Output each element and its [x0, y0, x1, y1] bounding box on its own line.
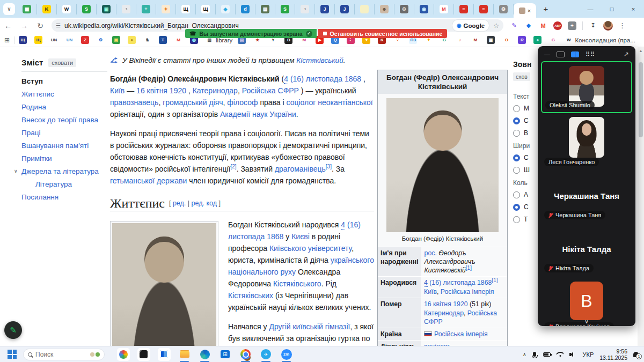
text-segment[interactable]: Кістяківських — [228, 291, 273, 300]
browser-tab[interactable]: W — [57, 4, 77, 14]
taskbar-app-telegram[interactable] — [259, 347, 273, 362]
clock[interactable]: 9:5613.11.2025 — [599, 348, 627, 361]
volume-icon[interactable] — [569, 352, 576, 357]
bookmark-item[interactable]: M — [174, 36, 185, 44]
scrollbar-thumb[interactable] — [639, 62, 643, 137]
zoom-more-participants-button[interactable]: ∨ — [538, 318, 635, 325]
text-segment[interactable]: Російська імперія — [441, 288, 494, 295]
radio-icon[interactable] — [513, 130, 520, 137]
taskbar-app-edge[interactable] — [198, 347, 211, 362]
zoom-speaker-view-icon[interactable] — [557, 51, 565, 57]
toc-hide-button[interactable]: сховати — [48, 58, 76, 67]
stop-share-button[interactable]: Остановить совместное использование — [318, 29, 448, 38]
annotation-pencil-button[interactable]: ✎ — [4, 321, 22, 339]
browser-tab[interactable]: ◆ — [216, 4, 236, 14]
toc-expand-icon[interactable] — [14, 129, 21, 137]
bookmark-item[interactable]: M — [471, 36, 481, 44]
zoom-participant-tile[interactable]: Черкашина Таня Черкашина Таня — [541, 170, 632, 222]
zoom-participant-tile[interactable]: Oleksii Shumilo — [541, 61, 632, 113]
browser-tab[interactable]: Щ — [176, 4, 196, 14]
browser-tab[interactable]: S — [275, 4, 295, 14]
toc-link[interactable]: Внесок до теорії права — [21, 116, 98, 124]
window-close-button[interactable]: × — [623, 0, 644, 18]
text-segment[interactable]: Кістяківського — [273, 279, 321, 288]
browser-tab[interactable]: S — [77, 4, 97, 14]
appearance-radio-option[interactable]: С — [513, 154, 538, 161]
text-segment[interactable]: неокантіанської — [318, 98, 373, 107]
text-segment[interactable]: (16) листопада 1868 — [428, 279, 492, 286]
browser-tab[interactable] — [355, 4, 375, 14]
text-segment[interactable]: 16 квітня 1920 — [136, 86, 186, 95]
article-image-frame[interactable] — [110, 221, 218, 346]
toc-item[interactable]: ∨ Джерела та література — [21, 167, 107, 175]
toc-expand-icon[interactable]: ∨ — [14, 167, 21, 175]
toc-link[interactable]: Література — [35, 180, 72, 188]
toc-expand-icon[interactable] — [14, 142, 21, 150]
zoom-expand-icon[interactable]: ↗ — [624, 50, 629, 58]
start-button[interactable] — [8, 350, 17, 359]
text-segment[interactable]: філософ — [227, 98, 258, 107]
window-minimize-button[interactable]: — — [580, 0, 601, 18]
adblock-extension-icon[interactable]: ABP — [553, 21, 562, 30]
site-settings-icon[interactable]: ☰ — [56, 23, 61, 28]
toc-expand-icon[interactable] — [14, 193, 21, 201]
text-segment[interactable]: драгоманівець — [275, 165, 326, 173]
toc-item[interactable]: Внесок до теорії права — [21, 116, 107, 124]
page-scrollbar[interactable]: ▲ — [638, 47, 644, 346]
bookmark-item[interactable]: ● — [533, 36, 544, 44]
window-maximize-button[interactable]: □ — [601, 0, 623, 18]
text-segment[interactable]: Другій київській гімназії — [269, 322, 350, 331]
wifi-icon[interactable] — [557, 352, 564, 357]
forward-button[interactable]: → — [18, 21, 31, 30]
gmail-extension-icon[interactable]: M — [539, 21, 547, 30]
appearance-radio-option[interactable]: В — [513, 129, 538, 137]
extensions-puzzle-icon[interactable]: + — [568, 21, 576, 30]
browser-tab[interactable]: J — [315, 4, 335, 14]
radio-icon[interactable] — [513, 204, 520, 211]
toc-link[interactable]: Життєпис — [21, 90, 54, 98]
browser-tab[interactable]: + — [136, 4, 156, 14]
tray-chevron-up-icon[interactable]: ∧ — [523, 352, 526, 357]
taskbar-app-file-explorer[interactable] — [178, 347, 191, 362]
pen-extension-icon[interactable]: ✎ — [510, 21, 518, 30]
toc-link[interactable]: Праці — [21, 129, 40, 137]
taskbar-app-chrome[interactable] — [239, 347, 252, 362]
bookmark-item[interactable]: Щ — [19, 36, 29, 44]
appearance-radio-option[interactable]: М — [513, 105, 538, 112]
browser-tab[interactable]: ☻ — [375, 4, 394, 14]
bookmark-item[interactable]: ⚙ — [97, 36, 107, 44]
zoom-grid-view-icon[interactable]: ⠿⠿ — [586, 51, 595, 58]
bookmark-item[interactable]: UN — [50, 36, 60, 44]
text-segment[interactable]: Російська імперія — [434, 330, 488, 338]
radio-icon[interactable] — [513, 167, 520, 174]
appearance-hide-button[interactable]: схов — [513, 72, 530, 81]
appearance-radio-option[interactable]: С — [513, 203, 538, 211]
appearance-radio-option[interactable]: С — [513, 117, 538, 124]
text-segment[interactable]: 16 квітня 1920 — [424, 300, 468, 308]
language-indicator[interactable]: УКР — [582, 351, 594, 358]
toc-item[interactable]: Примітки — [21, 154, 107, 162]
bookmark-item[interactable]: ▦ — [487, 36, 497, 44]
url-text[interactable]: uk.wikipedia.org/wiki/Кістяківський_Богд… — [64, 22, 452, 29]
bookmark-item[interactable]: ♪ — [456, 36, 466, 44]
toc-expand-icon[interactable] — [14, 77, 21, 85]
appearance-radio-option[interactable]: Т — [513, 216, 538, 223]
browser-tab[interactable]: ▤ — [255, 4, 275, 14]
text-segment[interactable]: (16) листопада 1868 — [288, 75, 361, 83]
taskbar-app-notebook[interactable] — [137, 347, 150, 362]
browser-tab[interactable]: K — [37, 4, 57, 14]
browser-tab[interactable]: d — [236, 4, 255, 14]
toc-expand-icon[interactable] — [14, 154, 21, 162]
toc-link[interactable]: Примітки — [21, 154, 52, 162]
radio-icon[interactable] — [513, 105, 520, 112]
search-input[interactable] — [35, 351, 87, 358]
bookmark-star-icon[interactable]: ☆ — [493, 22, 499, 29]
tab-close-icon[interactable]: × — [528, 8, 531, 14]
notifications-bell-icon[interactable]: 1 — [633, 352, 639, 357]
toc-link[interactable]: Родина — [21, 103, 46, 111]
browser-tab[interactable]: J — [335, 4, 355, 14]
bookmark-item[interactable]: W Консолидация (пра... — [565, 36, 635, 44]
toc-item[interactable]: Література — [21, 180, 107, 188]
browser-tab[interactable]: ✦ — [156, 4, 176, 14]
bookmark-item[interactable]: Щ — [34, 36, 45, 44]
